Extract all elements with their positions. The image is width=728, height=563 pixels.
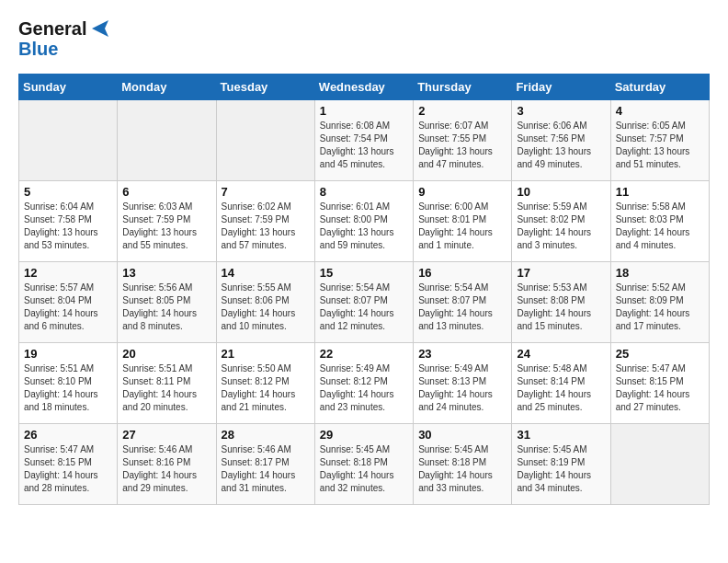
day-number: 30	[418, 428, 506, 442]
day-info: Sunrise: 5:52 AMSunset: 8:09 PMDaylight:…	[616, 282, 704, 333]
day-number: 7	[222, 185, 310, 199]
day-info: Sunrise: 5:50 AMSunset: 8:12 PMDaylight:…	[222, 362, 310, 414]
calendar-week-4: 26Sunrise: 5:47 AMSunset: 8:15 PMDayligh…	[19, 424, 710, 505]
calendar-cell-w4d3: 29Sunrise: 5:45 AMSunset: 8:18 PMDayligh…	[314, 424, 413, 505]
calendar-cell-w4d5: 31Sunrise: 5:45 AMSunset: 8:19 PMDayligh…	[512, 424, 610, 505]
calendar-week-0: 1Sunrise: 6:08 AMSunset: 7:54 PMDaylight…	[19, 100, 710, 181]
day-number: 9	[418, 185, 506, 199]
calendar-cell-w0d5: 3Sunrise: 6:06 AMSunset: 7:56 PMDaylight…	[512, 100, 610, 181]
day-info: Sunrise: 6:06 AMSunset: 7:56 PMDaylight:…	[517, 120, 605, 171]
day-info: Sunrise: 5:45 AMSunset: 8:19 PMDaylight:…	[517, 443, 605, 495]
day-number: 26	[24, 428, 112, 442]
day-info: Sunrise: 5:54 AMSunset: 8:07 PMDaylight:…	[418, 282, 506, 333]
day-info: Sunrise: 5:46 AMSunset: 8:17 PMDaylight:…	[222, 443, 310, 495]
calendar-cell-w1d0: 5Sunrise: 6:04 AMSunset: 7:58 PMDaylight…	[19, 181, 118, 262]
day-number: 23	[418, 347, 506, 361]
day-number: 4	[616, 104, 704, 118]
day-number: 27	[122, 428, 210, 442]
calendar-cell-w2d2: 14Sunrise: 5:55 AMSunset: 8:06 PMDayligh…	[216, 262, 314, 343]
logo: General Blue	[18, 18, 108, 59]
header-wednesday: Wednesday	[314, 75, 413, 100]
day-info: Sunrise: 5:57 AMSunset: 8:04 PMDaylight:…	[24, 282, 112, 333]
calendar-cell-w1d4: 9Sunrise: 6:00 AMSunset: 8:01 PMDaylight…	[414, 181, 512, 262]
day-info: Sunrise: 6:04 AMSunset: 7:58 PMDaylight:…	[24, 201, 112, 252]
calendar-cell-w3d0: 19Sunrise: 5:51 AMSunset: 8:10 PMDayligh…	[19, 343, 118, 424]
day-number: 13	[122, 266, 210, 280]
logo-general-text: General	[18, 18, 86, 39]
logo-blue-text: Blue	[18, 39, 108, 59]
day-info: Sunrise: 5:49 AMSunset: 8:13 PMDaylight:…	[418, 362, 506, 414]
calendar-cell-w2d0: 12Sunrise: 5:57 AMSunset: 8:04 PMDayligh…	[19, 262, 118, 343]
calendar-cell-w4d4: 30Sunrise: 5:45 AMSunset: 8:18 PMDayligh…	[414, 424, 512, 505]
calendar-cell-w0d1	[118, 100, 216, 181]
day-number: 3	[517, 104, 605, 118]
header-thursday: Thursday	[414, 75, 512, 100]
calendar-cell-w1d5: 10Sunrise: 5:59 AMSunset: 8:02 PMDayligh…	[512, 181, 610, 262]
calendar-cell-w3d1: 20Sunrise: 5:51 AMSunset: 8:11 PMDayligh…	[118, 343, 216, 424]
day-info: Sunrise: 5:48 AMSunset: 8:14 PMDaylight:…	[517, 362, 605, 414]
day-info: Sunrise: 5:47 AMSunset: 8:15 PMDaylight:…	[616, 362, 704, 414]
calendar-cell-w0d3: 1Sunrise: 6:08 AMSunset: 7:54 PMDaylight…	[314, 100, 413, 181]
header-sunday: Sunday	[19, 75, 118, 100]
day-number: 29	[320, 428, 408, 442]
day-number: 1	[320, 104, 408, 118]
day-number: 19	[24, 347, 112, 361]
header-saturday: Saturday	[610, 75, 709, 100]
day-info: Sunrise: 5:56 AMSunset: 8:05 PMDaylight:…	[122, 282, 210, 333]
logo-arrow-icon	[88, 20, 108, 37]
calendar-cell-w2d5: 17Sunrise: 5:53 AMSunset: 8:08 PMDayligh…	[512, 262, 610, 343]
day-number: 8	[320, 185, 408, 199]
page-header: General Blue	[18, 18, 710, 59]
calendar-cell-w4d1: 27Sunrise: 5:46 AMSunset: 8:16 PMDayligh…	[118, 424, 216, 505]
day-info: Sunrise: 5:45 AMSunset: 8:18 PMDaylight:…	[320, 443, 408, 495]
svg-marker-0	[92, 20, 108, 37]
day-info: Sunrise: 6:08 AMSunset: 7:54 PMDaylight:…	[320, 120, 408, 171]
calendar-cell-w3d4: 23Sunrise: 5:49 AMSunset: 8:13 PMDayligh…	[414, 343, 512, 424]
day-info: Sunrise: 6:05 AMSunset: 7:57 PMDaylight:…	[616, 120, 704, 171]
calendar-cell-w1d1: 6Sunrise: 6:03 AMSunset: 7:59 PMDaylight…	[118, 181, 216, 262]
day-number: 16	[418, 266, 506, 280]
calendar-cell-w0d2	[216, 100, 314, 181]
day-number: 5	[24, 185, 112, 199]
calendar-week-2: 12Sunrise: 5:57 AMSunset: 8:04 PMDayligh…	[19, 262, 710, 343]
calendar-cell-w1d6: 11Sunrise: 5:58 AMSunset: 8:03 PMDayligh…	[610, 181, 709, 262]
day-info: Sunrise: 5:51 AMSunset: 8:11 PMDaylight:…	[122, 362, 210, 414]
day-info: Sunrise: 5:58 AMSunset: 8:03 PMDaylight:…	[616, 201, 704, 252]
day-number: 22	[320, 347, 408, 361]
day-number: 21	[222, 347, 310, 361]
calendar-header-row: SundayMondayTuesdayWednesdayThursdayFrid…	[19, 75, 710, 100]
day-number: 2	[418, 104, 506, 118]
day-number: 10	[517, 185, 605, 199]
day-info: Sunrise: 6:00 AMSunset: 8:01 PMDaylight:…	[418, 201, 506, 252]
day-number: 11	[616, 185, 704, 199]
day-info: Sunrise: 5:45 AMSunset: 8:18 PMDaylight:…	[418, 443, 506, 495]
day-number: 6	[122, 185, 210, 199]
calendar-cell-w1d3: 8Sunrise: 6:01 AMSunset: 8:00 PMDaylight…	[314, 181, 413, 262]
day-number: 12	[24, 266, 112, 280]
day-number: 25	[616, 347, 704, 361]
calendar-cell-w3d2: 21Sunrise: 5:50 AMSunset: 8:12 PMDayligh…	[216, 343, 314, 424]
calendar-table: SundayMondayTuesdayWednesdayThursdayFrid…	[18, 74, 710, 505]
calendar-cell-w4d6	[610, 424, 709, 505]
calendar-cell-w2d1: 13Sunrise: 5:56 AMSunset: 8:05 PMDayligh…	[118, 262, 216, 343]
calendar-cell-w4d2: 28Sunrise: 5:46 AMSunset: 8:17 PMDayligh…	[216, 424, 314, 505]
day-number: 17	[517, 266, 605, 280]
day-number: 28	[222, 428, 310, 442]
day-info: Sunrise: 5:55 AMSunset: 8:06 PMDaylight:…	[222, 282, 310, 333]
day-info: Sunrise: 5:47 AMSunset: 8:15 PMDaylight:…	[24, 443, 112, 495]
day-info: Sunrise: 6:02 AMSunset: 7:59 PMDaylight:…	[222, 201, 310, 252]
day-number: 24	[517, 347, 605, 361]
calendar-cell-w2d3: 15Sunrise: 5:54 AMSunset: 8:07 PMDayligh…	[314, 262, 413, 343]
calendar-week-3: 19Sunrise: 5:51 AMSunset: 8:10 PMDayligh…	[19, 343, 710, 424]
day-info: Sunrise: 6:03 AMSunset: 7:59 PMDaylight:…	[122, 201, 210, 252]
calendar-cell-w2d6: 18Sunrise: 5:52 AMSunset: 8:09 PMDayligh…	[610, 262, 709, 343]
calendar-cell-w1d2: 7Sunrise: 6:02 AMSunset: 7:59 PMDaylight…	[216, 181, 314, 262]
day-number: 15	[320, 266, 408, 280]
day-number: 31	[517, 428, 605, 442]
day-info: Sunrise: 5:51 AMSunset: 8:10 PMDaylight:…	[24, 362, 112, 414]
calendar-cell-w2d4: 16Sunrise: 5:54 AMSunset: 8:07 PMDayligh…	[414, 262, 512, 343]
header-monday: Monday	[118, 75, 216, 100]
calendar-cell-w3d3: 22Sunrise: 5:49 AMSunset: 8:12 PMDayligh…	[314, 343, 413, 424]
day-info: Sunrise: 5:46 AMSunset: 8:16 PMDaylight:…	[122, 443, 210, 495]
day-info: Sunrise: 5:53 AMSunset: 8:08 PMDaylight:…	[517, 282, 605, 333]
